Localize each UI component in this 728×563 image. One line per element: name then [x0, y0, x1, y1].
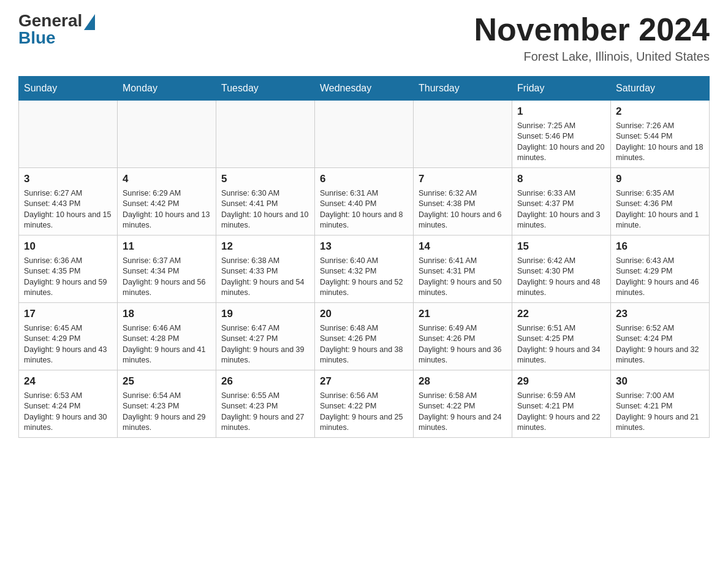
col-tuesday: Tuesday: [216, 77, 315, 101]
day-info: Sunrise: 6:46 AMSunset: 4:28 PMDaylight:…: [123, 323, 211, 366]
day-info: Sunrise: 6:59 AMSunset: 4:21 PMDaylight:…: [517, 391, 605, 434]
col-sunday: Sunday: [19, 77, 118, 101]
logo-triangle-icon: [84, 14, 95, 30]
day-number: 4: [123, 172, 211, 186]
table-row: 1Sunrise: 7:25 AMSunset: 5:46 PMDaylight…: [512, 101, 611, 168]
day-number: 10: [24, 239, 112, 254]
table-row: 3Sunrise: 6:27 AMSunset: 4:43 PMDaylight…: [19, 168, 118, 236]
table-row: [118, 101, 216, 168]
day-number: 30: [616, 374, 704, 389]
logo-general-text: General: [18, 12, 82, 29]
col-wednesday: Wednesday: [315, 77, 414, 101]
location-text: Forest Lake, Illinois, United States: [474, 50, 710, 64]
table-row: 30Sunrise: 7:00 AMSunset: 4:21 PMDayligh…: [611, 370, 710, 438]
table-row: 6Sunrise: 6:31 AMSunset: 4:40 PMDaylight…: [315, 168, 414, 236]
day-number: 15: [517, 239, 605, 254]
table-row: 10Sunrise: 6:36 AMSunset: 4:35 PMDayligh…: [19, 236, 118, 303]
day-info: Sunrise: 6:40 AMSunset: 4:32 PMDaylight:…: [320, 256, 408, 299]
day-number: 27: [320, 374, 408, 389]
table-row: 18Sunrise: 6:46 AMSunset: 4:28 PMDayligh…: [118, 303, 216, 370]
table-row: 25Sunrise: 6:54 AMSunset: 4:23 PMDayligh…: [118, 370, 216, 438]
calendar-header-row: Sunday Monday Tuesday Wednesday Thursday…: [19, 77, 710, 101]
day-number: 18: [123, 307, 211, 321]
day-number: 29: [517, 374, 605, 389]
day-info: Sunrise: 6:30 AMSunset: 4:41 PMDaylight:…: [221, 188, 309, 231]
day-info: Sunrise: 6:33 AMSunset: 4:37 PMDaylight:…: [517, 188, 605, 231]
day-info: Sunrise: 6:38 AMSunset: 4:33 PMDaylight:…: [221, 256, 309, 299]
day-info: Sunrise: 6:35 AMSunset: 4:36 PMDaylight:…: [616, 188, 704, 231]
day-info: Sunrise: 6:52 AMSunset: 4:24 PMDaylight:…: [616, 323, 704, 366]
table-row: 27Sunrise: 6:56 AMSunset: 4:22 PMDayligh…: [315, 370, 414, 438]
table-row: 5Sunrise: 6:30 AMSunset: 4:41 PMDaylight…: [216, 168, 315, 236]
day-number: 2: [616, 104, 704, 119]
table-row: 9Sunrise: 6:35 AMSunset: 4:36 PMDaylight…: [611, 168, 710, 236]
day-number: 5: [221, 172, 309, 186]
day-number: 20: [320, 307, 408, 321]
calendar-week-row: 1Sunrise: 7:25 AMSunset: 5:46 PMDaylight…: [19, 101, 710, 168]
table-row: 4Sunrise: 6:29 AMSunset: 4:42 PMDaylight…: [118, 168, 216, 236]
table-row: 17Sunrise: 6:45 AMSunset: 4:29 PMDayligh…: [19, 303, 118, 370]
table-row: [19, 101, 118, 168]
day-number: 3: [24, 172, 112, 186]
table-row: 7Sunrise: 6:32 AMSunset: 4:38 PMDaylight…: [414, 168, 512, 236]
table-row: 26Sunrise: 6:55 AMSunset: 4:23 PMDayligh…: [216, 370, 315, 438]
day-info: Sunrise: 6:32 AMSunset: 4:38 PMDaylight:…: [419, 188, 507, 231]
day-number: 21: [419, 307, 507, 321]
col-thursday: Thursday: [414, 77, 512, 101]
day-number: 12: [221, 239, 309, 254]
day-info: Sunrise: 6:41 AMSunset: 4:31 PMDaylight:…: [419, 256, 507, 299]
table-row: [315, 101, 414, 168]
day-info: Sunrise: 6:54 AMSunset: 4:23 PMDaylight:…: [123, 391, 211, 434]
day-info: Sunrise: 6:48 AMSunset: 4:26 PMDaylight:…: [320, 323, 408, 366]
table-row: 23Sunrise: 6:52 AMSunset: 4:24 PMDayligh…: [611, 303, 710, 370]
table-row: [216, 101, 315, 168]
table-row: 16Sunrise: 6:43 AMSunset: 4:29 PMDayligh…: [611, 236, 710, 303]
logo-blue-text: Blue: [18, 29, 56, 47]
day-info: Sunrise: 6:58 AMSunset: 4:22 PMDaylight:…: [419, 391, 507, 434]
day-number: 13: [320, 239, 408, 254]
table-row: 19Sunrise: 6:47 AMSunset: 4:27 PMDayligh…: [216, 303, 315, 370]
day-info: Sunrise: 6:53 AMSunset: 4:24 PMDaylight:…: [24, 391, 112, 434]
day-info: Sunrise: 6:42 AMSunset: 4:30 PMDaylight:…: [517, 256, 605, 299]
calendar-table: Sunday Monday Tuesday Wednesday Thursday…: [18, 76, 710, 438]
title-section: November 2024 Forest Lake, Illinois, Uni…: [474, 12, 710, 64]
day-info: Sunrise: 6:31 AMSunset: 4:40 PMDaylight:…: [320, 188, 408, 231]
day-info: Sunrise: 6:43 AMSunset: 4:29 PMDaylight:…: [616, 256, 704, 299]
table-row: 14Sunrise: 6:41 AMSunset: 4:31 PMDayligh…: [414, 236, 512, 303]
day-number: 28: [419, 374, 507, 389]
day-number: 16: [616, 239, 704, 254]
table-row: [414, 101, 512, 168]
day-number: 22: [517, 307, 605, 321]
table-row: 24Sunrise: 6:53 AMSunset: 4:24 PMDayligh…: [19, 370, 118, 438]
day-number: 24: [24, 374, 112, 389]
table-row: 15Sunrise: 6:42 AMSunset: 4:30 PMDayligh…: [512, 236, 611, 303]
day-info: Sunrise: 7:26 AMSunset: 5:44 PMDaylight:…: [616, 121, 704, 164]
calendar-week-row: 17Sunrise: 6:45 AMSunset: 4:29 PMDayligh…: [19, 303, 710, 370]
day-info: Sunrise: 7:25 AMSunset: 5:46 PMDaylight:…: [517, 121, 605, 164]
day-number: 1: [517, 104, 605, 119]
logo: General Blue: [18, 12, 95, 47]
day-info: Sunrise: 6:37 AMSunset: 4:34 PMDaylight:…: [123, 256, 211, 299]
day-number: 8: [517, 172, 605, 186]
table-row: 29Sunrise: 6:59 AMSunset: 4:21 PMDayligh…: [512, 370, 611, 438]
day-number: 25: [123, 374, 211, 389]
table-row: 28Sunrise: 6:58 AMSunset: 4:22 PMDayligh…: [414, 370, 512, 438]
day-info: Sunrise: 6:51 AMSunset: 4:25 PMDaylight:…: [517, 323, 605, 366]
col-friday: Friday: [512, 77, 611, 101]
calendar-week-row: 3Sunrise: 6:27 AMSunset: 4:43 PMDaylight…: [19, 168, 710, 236]
month-title: November 2024: [474, 12, 710, 47]
calendar-week-row: 24Sunrise: 6:53 AMSunset: 4:24 PMDayligh…: [19, 370, 710, 438]
table-row: 2Sunrise: 7:26 AMSunset: 5:44 PMDaylight…: [611, 101, 710, 168]
table-row: 12Sunrise: 6:38 AMSunset: 4:33 PMDayligh…: [216, 236, 315, 303]
day-number: 19: [221, 307, 309, 321]
day-info: Sunrise: 6:56 AMSunset: 4:22 PMDaylight:…: [320, 391, 408, 434]
calendar-week-row: 10Sunrise: 6:36 AMSunset: 4:35 PMDayligh…: [19, 236, 710, 303]
day-number: 26: [221, 374, 309, 389]
day-number: 11: [123, 239, 211, 254]
page-header: General Blue November 2024 Forest Lake, …: [18, 12, 710, 64]
day-info: Sunrise: 6:45 AMSunset: 4:29 PMDaylight:…: [24, 323, 112, 366]
day-number: 7: [419, 172, 507, 186]
table-row: 13Sunrise: 6:40 AMSunset: 4:32 PMDayligh…: [315, 236, 414, 303]
day-number: 9: [616, 172, 704, 186]
day-number: 17: [24, 307, 112, 321]
